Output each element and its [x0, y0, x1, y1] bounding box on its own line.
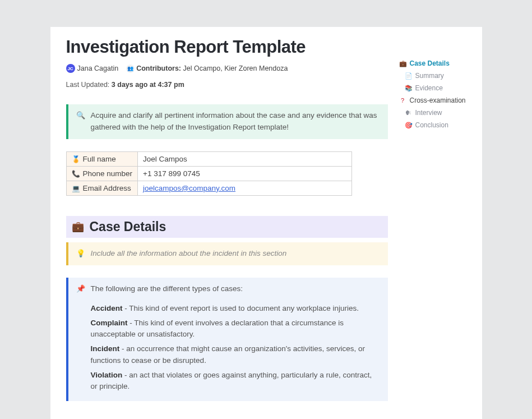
section-heading-case-details: 💼 Case Details [66, 216, 388, 238]
outline-item-evidence[interactable]: 📚 Evidence [399, 82, 466, 94]
page-title: Investigation Report Template [66, 37, 388, 57]
contributors-label: Contributors: [136, 65, 181, 72]
conclusion-icon: 🎯 [405, 122, 412, 129]
types-callout: 📌 The following are the different types … [66, 278, 388, 402]
layout: Investigation Report Template JC Jana Ca… [66, 37, 466, 413]
medal-icon: 🏅 [72, 155, 80, 163]
magnifier-icon: 🔍 [76, 110, 85, 133]
author-chip[interactable]: JC Jana Cagatin [66, 64, 119, 73]
hint-callout: 💡 Include all the information about the … [66, 242, 388, 265]
question-icon: ? [399, 97, 406, 104]
table-row: 📞Phone number +1 317 899 0745 [66, 166, 351, 181]
outline-item-interview[interactable]: 🗣 Interview [399, 107, 466, 119]
outline-label: Case Details [410, 59, 450, 67]
full-name-label: Full name [83, 155, 116, 163]
email-label: Email Address [83, 184, 131, 192]
outline-list: 💼 Case Details 📄 Summary 📚 Evidence ? Cr… [399, 57, 466, 131]
email-cell[interactable]: joelcampos@company.com [138, 181, 351, 195]
outline-label: Evidence [415, 84, 443, 92]
def-text: - an occurrence that might cause an orga… [91, 344, 366, 364]
email-link[interactable]: joelcampos@company.com [143, 184, 235, 192]
section-title: Case Details [90, 219, 166, 234]
evidence-icon: 📚 [405, 85, 412, 92]
summary-icon: 📄 [405, 72, 412, 80]
definition-item: Complaint - This kind of event involves … [91, 317, 380, 340]
def-term: Complaint [91, 319, 128, 327]
table-row: 💻Email Address joelcampos@company.com [66, 181, 351, 195]
def-text: - This kind of event involves a declarat… [91, 319, 344, 338]
definition-item: Incident - an occurrence that might caus… [91, 343, 380, 366]
intro-callout-text: Acquire and clarify all pertinent inform… [91, 110, 380, 133]
author-name: Jana Cagatin [77, 65, 119, 72]
contributors[interactable]: 👥 Contributors: Jel Ocampo, Kier Zoren M… [126, 65, 288, 73]
outline-panel: 💼 Case Details 📄 Summary 📚 Evidence ? Cr… [399, 37, 466, 413]
document-page: Investigation Report Template JC Jana Ca… [50, 27, 482, 419]
main-column: Investigation Report Template JC Jana Ca… [66, 37, 388, 413]
people-icon: 👥 [126, 65, 135, 73]
types-body: The following are the different types of… [91, 283, 380, 396]
phone-icon: 📞 [72, 170, 80, 178]
phone-value[interactable]: +1 317 899 0745 [138, 166, 351, 181]
phone-label-cell: 📞Phone number [66, 166, 138, 181]
def-term: Incident [91, 344, 120, 353]
table-row: 🏅Full name Joel Campos [66, 151, 351, 166]
outline-item-summary[interactable]: 📄 Summary [399, 70, 466, 82]
interview-icon: 🗣 [405, 109, 412, 116]
avatar: JC [66, 64, 75, 73]
pin-icon: 📌 [76, 283, 85, 396]
laptop-icon: 💻 [72, 185, 80, 192]
bulb-icon: 💡 [76, 248, 85, 260]
full-name-label-cell: 🏅Full name [66, 151, 138, 166]
phone-label: Phone number [83, 169, 133, 178]
definition-item: Accident - This kind of event report is … [91, 303, 380, 314]
intro-callout: 🔍 Acquire and clarify all pertinent info… [66, 104, 388, 139]
email-label-cell: 💻Email Address [66, 181, 138, 195]
def-term: Accident [91, 304, 123, 312]
last-updated: Last Updated: 3 days ago at 4:37 pm [66, 81, 184, 89]
full-name-value[interactable]: Joel Campos [138, 151, 351, 166]
outline-label: Summary [415, 72, 444, 80]
last-updated-label: Last Updated: [66, 81, 110, 89]
outline-label: Interview [415, 109, 442, 117]
briefcase-icon: 💼 [399, 60, 406, 67]
outline-item-conclusion[interactable]: 🎯 Conclusion [399, 119, 466, 131]
contributors-names: Jel Ocampo, Kier Zoren Mendoza [183, 65, 288, 72]
definition-item: Violation - an act that violates or goes… [91, 370, 380, 393]
hint-text: Include all the information about the in… [91, 248, 287, 260]
def-text: - This kind of event report is used to d… [123, 304, 359, 312]
def-term: Violation [91, 371, 123, 379]
briefcase-icon: 💼 [72, 220, 84, 233]
outline-item-cross-examination[interactable]: ? Cross-examination [399, 94, 466, 107]
types-intro: The following are the different types of… [91, 283, 380, 295]
def-text: - an act that violates or goes against a… [91, 371, 372, 390]
outline-item-case-details[interactable]: 💼 Case Details [399, 57, 466, 70]
outline-label: Cross-examination [410, 96, 466, 104]
meta-row: JC Jana Cagatin 👥 Contributors: Jel Ocam… [66, 64, 388, 89]
outline-label: Conclusion [415, 121, 448, 129]
contact-table: 🏅Full name Joel Campos 📞Phone number +1 … [66, 151, 352, 196]
last-updated-value: 3 days ago at 4:37 pm [112, 81, 184, 89]
